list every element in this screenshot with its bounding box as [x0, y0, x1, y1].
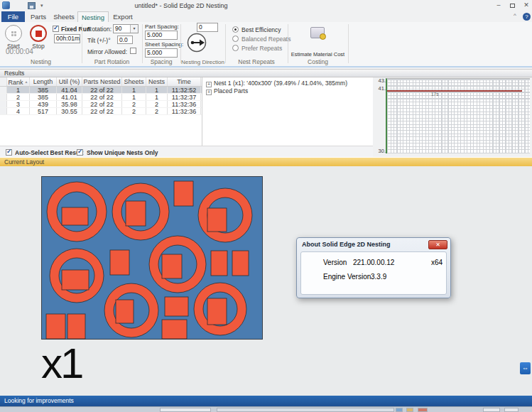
table-cell: 2 [122, 101, 146, 107]
utilization-line [387, 90, 522, 92]
results-panel-header: Results [0, 69, 532, 77]
table-cell: 1 [7, 87, 30, 93]
nesting-direction-icon[interactable] [187, 33, 207, 53]
quick-access-dropdown-icon[interactable]: ▾ [40, 3, 43, 9]
table-cell: 22 of 22 [82, 87, 122, 93]
radio-best-efficiency-label: Best Efficiency [241, 26, 281, 33]
results-options-row: ✓ Auto-Select Best Result ✓ Show Unique … [0, 146, 373, 157]
column-header-sheets[interactable]: Sheets [122, 77, 146, 86]
fixed-run-checkbox[interactable]: ✓ [53, 26, 59, 32]
group-label-spacing: Spacing [142, 58, 180, 65]
column-header-nests[interactable]: Nests [146, 77, 168, 86]
tab-parts[interactable]: Parts [26, 11, 50, 22]
tab-file[interactable]: File [1, 11, 25, 22]
radio-balanced-repeats[interactable] [232, 36, 239, 42]
row-gutter [0, 108, 7, 114]
taskbar-button[interactable] [406, 408, 413, 412]
help-icon[interactable]: ? [523, 13, 531, 21]
show-unique-label: Show Unique Nests Only [87, 149, 158, 156]
rotation-label: Rotation: [87, 26, 112, 33]
sheet-spacing-input[interactable]: 5.000 [145, 48, 178, 58]
table-cell: 1 [122, 87, 146, 93]
table-cell: 22 of 22 [82, 94, 122, 100]
row-gutter [0, 101, 7, 107]
radio-best-efficiency[interactable] [232, 26, 239, 33]
auto-select-checkbox[interactable]: ✓ [6, 149, 12, 156]
part-spacing-label: Part Spacing: [145, 23, 179, 30]
close-button[interactable]: ✕ [521, 1, 532, 9]
estimate-cost-button[interactable]: Estimate Material Cost [288, 51, 348, 58]
part-spacing-input[interactable]: 5.000 [145, 31, 178, 40]
taskbar-button[interactable] [217, 408, 394, 412]
column-header-rank[interactable]: Rank▲ [7, 77, 30, 86]
taskbar-button[interactable] [396, 408, 403, 412]
taskbar-button[interactable] [160, 408, 211, 412]
column-header-length[interactable]: Length [30, 77, 57, 86]
column-header-parts-nested[interactable]: Parts Nested [82, 77, 122, 86]
table-cell: 1 [146, 87, 168, 93]
tree-expand-icon[interactable]: + [206, 82, 212, 87]
sort-icon: ▲ [25, 80, 28, 84]
tree-item-nest[interactable]: +Nest 1 (x1): '400x300' (39.49% / 41.04%… [206, 80, 347, 87]
tilt-input[interactable]: 0.0 [117, 36, 133, 44]
tab-nesting[interactable]: Nesting [77, 11, 109, 22]
taskbar-button[interactable] [504, 408, 519, 412]
group-label-costing: Costing [288, 58, 348, 65]
tree-expand-icon[interactable]: + [206, 90, 212, 95]
table-cell: 2 [146, 101, 168, 107]
group-nest-repeats: Best Efficiency Balanced Repeats Prefer … [225, 22, 288, 66]
coin-icon [320, 33, 326, 40]
rotation-dropdown-icon[interactable]: ▾ [130, 25, 138, 33]
group-costing: Estimate Material Cost Costing [288, 22, 348, 66]
taskbar [0, 406, 532, 412]
save-icon[interactable] [28, 2, 36, 9]
restore-button[interactable] [506, 1, 518, 9]
table-cell: 1 [146, 94, 168, 100]
app-window: ▾ untitled* - Solid Edge 2D Nesting – ✕ … [0, 0, 532, 412]
start-button[interactable] [5, 25, 22, 42]
start-icon [11, 31, 17, 37]
about-close-button[interactable]: ✕ [428, 240, 447, 249]
auto-select-label: Auto-Select Best Result [15, 149, 83, 156]
group-divider [348, 24, 349, 63]
sheet-spacing-label: Sheet Spacing: [145, 41, 183, 48]
row-gutter [0, 87, 7, 93]
rotation-combo[interactable]: 90▾ [113, 24, 139, 33]
column-header-util[interactable]: Util (%) [57, 77, 82, 86]
table-cell: 22 of 22 [82, 108, 122, 114]
tree-item-placed-parts[interactable]: +Placed Parts [206, 87, 248, 95]
layout-canvas: x1 About Solid Edge 2D Nesting ✕ Version… [0, 166, 532, 396]
taskbar-button[interactable] [418, 408, 428, 412]
estimate-cost-icon[interactable] [310, 27, 325, 38]
results-table: Rank▲ Length Util (%) Parts Nested Sheet… [0, 77, 202, 146]
table-row[interactable]: 451730.5522 of 222211:32:36 [0, 108, 202, 115]
ribbon-collapse-icon[interactable]: ^ [514, 12, 516, 18]
status-message: Looking for improvements [4, 396, 74, 406]
table-row[interactable]: 238541.0122 of 221111:32:37 [0, 94, 202, 101]
direction-input[interactable]: 0 [197, 23, 218, 32]
mirror-allowed-checkbox[interactable] [130, 48, 136, 54]
elapsed-time: 00:00:04 [6, 48, 33, 55]
taskbar-button[interactable] [483, 408, 500, 412]
table-row[interactable]: 138541.0422 of 221111:32:52 [0, 87, 202, 94]
show-unique-checkbox[interactable]: ✓ [77, 149, 83, 156]
table-cell: 2 [146, 108, 168, 114]
nest-sheet-svg[interactable] [41, 176, 263, 340]
sheet-count-label: x1 [41, 342, 82, 385]
table-cell: 385 [30, 87, 57, 93]
remote-access-icon[interactable]: ⇔ [520, 362, 531, 374]
minimize-button[interactable]: – [493, 1, 504, 9]
ribbon-tabs: File Parts Sheets Nesting Export ^ ? [0, 11, 532, 22]
arch-value: x64 [431, 259, 443, 266]
engine-version-label: Engine Version [323, 273, 371, 281]
tab-sheets[interactable]: Sheets [50, 11, 77, 22]
column-header-time[interactable]: Time [168, 77, 201, 86]
radio-prefer-repeats[interactable] [232, 45, 239, 51]
table-row[interactable]: 343935.9822 of 222211:32:36 [0, 101, 202, 108]
stop-button[interactable] [30, 25, 47, 42]
table-cell: 41.01 [57, 94, 82, 100]
table-cell: 41.04 [57, 87, 82, 93]
utilization-chart: 43.00% 41.04% 30.00% 17s [373, 77, 532, 157]
run-duration-field[interactable]: 00h:01m [54, 34, 80, 43]
tab-export[interactable]: Export [109, 11, 137, 22]
